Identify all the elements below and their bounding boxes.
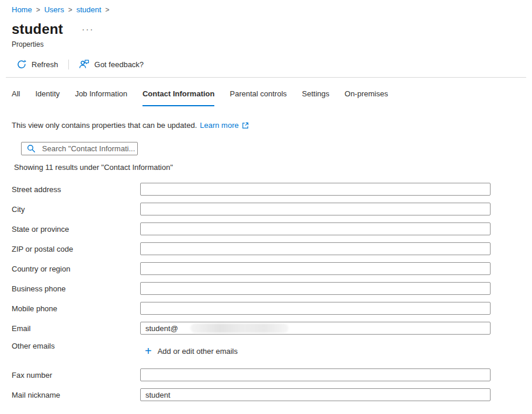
field-input-mail-nickname[interactable]: [140, 388, 491, 401]
field-label-mail-nickname: Mail nickname: [12, 391, 140, 399]
feedback-label: Got feedback?: [95, 60, 144, 69]
tab-parental-controls[interactable]: Parental controls: [230, 89, 287, 106]
search-input[interactable]: [36, 144, 137, 153]
input-wrap: [140, 262, 491, 275]
title-row: student ···: [12, 21, 520, 37]
tab-settings[interactable]: Settings: [302, 89, 329, 106]
breadcrumb-separator: >: [68, 6, 72, 14]
breadcrumb-link-student[interactable]: student: [77, 5, 102, 14]
field-label-country-or-region: Country or region: [12, 265, 140, 273]
refresh-label: Refresh: [32, 60, 58, 69]
refresh-button[interactable]: Refresh: [17, 60, 58, 69]
tab-identity[interactable]: Identity: [35, 89, 60, 106]
add-or-edit-other-emails-button[interactable]: +Add or edit other emails: [140, 342, 238, 356]
page-title: student: [12, 21, 63, 37]
field-input-state-or-province[interactable]: [140, 222, 491, 235]
form-row-email: Email: [12, 322, 520, 335]
toolbar-rule: [6, 77, 526, 78]
input-wrap: [140, 322, 491, 335]
page-subtitle: Properties: [12, 40, 520, 48]
breadcrumb-separator: >: [36, 6, 40, 14]
input-wrap: [140, 282, 491, 295]
field-label-street-address: Street address: [12, 185, 140, 194]
input-wrap: [140, 302, 491, 315]
breadcrumb-separator: >: [105, 6, 109, 14]
refresh-icon: [17, 60, 26, 69]
user-properties-page: Home>Users>student> student ··· Properti…: [0, 0, 532, 401]
input-wrap: [140, 368, 491, 381]
toolbar: Refresh Got feedback?: [12, 57, 520, 72]
learn-more-link[interactable]: Learn more: [200, 121, 248, 130]
field-label-email: Email: [12, 324, 140, 333]
input-wrap: [140, 203, 491, 215]
field-input-street-address[interactable]: [140, 183, 491, 196]
tab-all[interactable]: All: [12, 89, 20, 106]
field-input-fax-number[interactable]: [140, 368, 491, 381]
field-label-fax-number: Fax number: [12, 371, 140, 380]
notice-text: This view only contains properties that …: [12, 121, 197, 130]
more-menu-button[interactable]: ···: [82, 26, 94, 32]
field-label-zip-or-postal-code: ZIP or postal code: [12, 245, 140, 253]
toolbar-divider: [68, 60, 69, 69]
feedback-icon: [79, 60, 89, 69]
tab-job-information[interactable]: Job Information: [75, 89, 127, 106]
input-wrap: [140, 388, 491, 401]
action-label: Add or edit other emails: [158, 347, 238, 356]
plus-icon: +: [145, 347, 152, 355]
field-input-mobile-phone[interactable]: [140, 302, 491, 315]
field-label-mobile-phone: Mobile phone: [12, 304, 140, 313]
field-label-city: City: [12, 205, 140, 214]
field-label-business-phone: Business phone: [12, 284, 140, 293]
field-input-city[interactable]: [140, 203, 491, 215]
form-row-state-or-province: State or province: [12, 222, 520, 235]
form-row-city: City: [12, 203, 520, 215]
form-row-mail-nickname: Mail nickname: [12, 388, 520, 401]
learn-more-label: Learn more: [200, 121, 238, 130]
tab-contact-information[interactable]: Contact Information: [142, 89, 215, 106]
results-count: Showing 11 results under "Contact Inform…: [14, 163, 520, 172]
tab-bar: AllIdentityJob InformationContact Inform…: [12, 89, 520, 106]
search-icon: [27, 144, 36, 153]
field-input-country-or-region[interactable]: [140, 262, 491, 275]
breadcrumb-link-home[interactable]: Home: [12, 5, 32, 14]
form-row-country-or-region: Country or region: [12, 262, 520, 275]
feedback-button[interactable]: Got feedback?: [79, 60, 144, 69]
field-label-other-emails: Other emails: [12, 342, 140, 350]
form-row-business-phone: Business phone: [12, 282, 520, 295]
field-input-zip-or-postal-code[interactable]: [140, 242, 491, 255]
input-wrap: [140, 183, 491, 196]
breadcrumb: Home>Users>student>: [12, 5, 520, 15]
breadcrumb-link-users[interactable]: Users: [44, 5, 64, 14]
external-link-icon: [242, 122, 249, 129]
contact-information-form: Street addressCityState or provinceZIP o…: [12, 183, 520, 401]
field-input-email[interactable]: [140, 322, 491, 335]
tab-on-premises[interactable]: On-premises: [345, 89, 388, 106]
form-row-other-emails: Other emails+Add or edit other emails: [12, 342, 520, 359]
field-input-business-phone[interactable]: [140, 282, 491, 295]
input-wrap: [140, 242, 491, 255]
form-row-street-address: Street address: [12, 183, 520, 196]
form-row-fax-number: Fax number: [12, 368, 520, 381]
field-label-state-or-province: State or province: [12, 225, 140, 234]
search-box[interactable]: [21, 142, 138, 155]
form-row-mobile-phone: Mobile phone: [12, 302, 520, 315]
input-wrap: [140, 222, 491, 235]
notice: This view only contains properties that …: [12, 121, 520, 130]
form-row-zip-or-postal-code: ZIP or postal code: [12, 242, 520, 255]
